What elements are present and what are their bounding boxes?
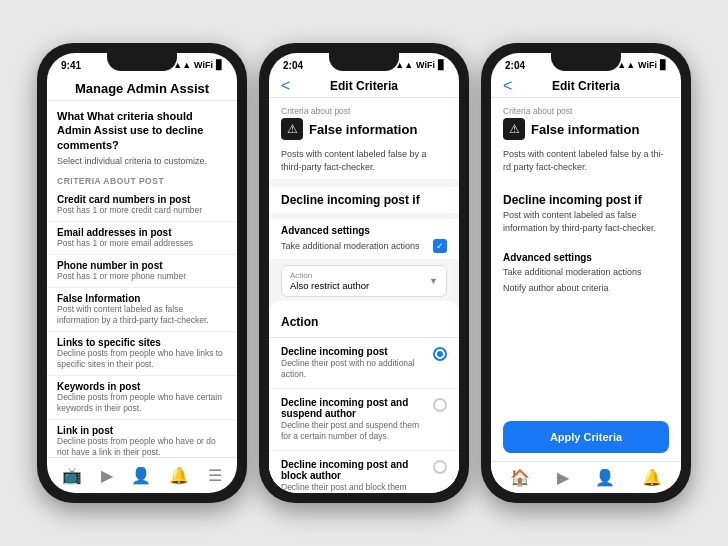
criteria-card-2: Criteria about post ⚠ False information … [269,98,459,179]
wifi-icon-1: WiFi [194,60,213,70]
advanced-title-2: Advanced settings [281,225,447,236]
decline-section-2: Decline incoming post if [269,187,459,213]
p1-subtitle: Select individual criteria to customize. [47,156,237,170]
criteria-desc-3: Posts with content labeled false by a th… [491,144,681,179]
decline-section-3: Decline incoming post if Post with conte… [491,187,681,240]
advanced-title-3: Advanced settings [503,252,669,263]
p3-content: Criteria about post ⚠ False information … [491,98,681,413]
nav-tv-icon[interactable]: 📺 [62,466,82,485]
phone-3: 2:04 ▲▲ WiFi ▊ < Edit Criteria Criteria … [481,43,691,503]
wifi-icon-2: WiFi [416,60,435,70]
action-dropdown-label-2: Action [290,271,369,280]
p1-header: Manage Admin Assist [47,75,237,101]
radio-selected-1 [433,347,447,361]
criteria-main-title-2: False information [309,122,417,137]
p3-title: Edit Criteria [552,79,620,93]
warning-icon-2: ⚠ [281,118,303,140]
nav-play-icon[interactable]: ▶ [101,466,113,485]
time-3: 2:04 [505,60,525,71]
p1-section-header: CRITERIA ABOUT POST [47,170,237,189]
advanced-label-2: Take additional moderation actions [281,241,433,251]
battery-icon-3: ▊ [660,60,667,70]
action-option-1[interactable]: Decline incoming post Decline their post… [269,338,459,389]
p2-header: < Edit Criteria [269,75,459,98]
advanced-section-3: Advanced settings Take additional modera… [491,246,681,299]
p2-title: Edit Criteria [330,79,398,93]
action-sheet-2: Action Decline incoming post Decline the… [269,301,459,493]
back-button-2[interactable]: < [281,77,290,95]
phone-2: 2:04 ▲▲ WiFi ▊ < Edit Criteria Criteria … [259,43,469,503]
action-sheet-title-2: Action [269,311,459,338]
criteria-about-label-2: Criteria about post [281,106,447,116]
chevron-down-icon-2: ▼ [429,276,438,286]
nav-bell-icon-3[interactable]: 🔔 [642,468,662,487]
nav-people-icon[interactable]: 👤 [131,466,151,485]
list-item[interactable]: Phone number in post Post has 1 or more … [47,255,237,288]
p1-title: Manage Admin Assist [59,81,225,96]
warning-icon-3: ⚠ [503,118,525,140]
decline-title-3: Decline incoming post if [503,193,669,207]
list-item[interactable]: Credit card numbers in post Post has 1 o… [47,189,237,222]
back-button-3[interactable]: < [503,77,512,95]
p1-bottom-nav: 📺 ▶ 👤 🔔 ☰ [47,457,237,493]
checkbox-moderation-2[interactable]: ✓ [433,239,447,253]
advanced-label2-3: Notify author about criteria [503,283,669,293]
apply-criteria-button[interactable]: Apply Criteria [503,421,669,453]
advanced-label1-3: Take additional moderation actions [503,267,669,277]
criteria-desc-2: Posts with content labeled false by a th… [269,144,459,179]
decline-desc-3: Post with content labeled as false infor… [503,209,669,234]
list-item[interactable]: False Information Post with content labe… [47,288,237,332]
p3-bottom-nav: 🏠 ▶ 👤 🔔 [491,461,681,493]
criteria-card-3: Criteria about post ⚠ False information … [491,98,681,179]
p1-question: What What criteria should Admin Assist u… [47,101,237,156]
decline-title-2: Decline incoming post if [281,193,447,207]
list-item[interactable]: Email addresses in post Post has 1 or mo… [47,222,237,255]
list-item[interactable]: Keywords in post Decline posts from peop… [47,376,237,420]
phone-1: 9:41 ▲▲ WiFi ▊ Manage Admin Assist What … [37,43,247,503]
action-dropdown-2[interactable]: Action Also restrict author ▼ [281,265,447,297]
radio-empty-3 [433,460,447,474]
p2-content: Criteria about post ⚠ False information … [269,98,459,493]
time-2: 2:04 [283,60,303,71]
action-dropdown-value-2: Also restrict author [290,280,369,291]
nav-home-icon-3[interactable]: 🏠 [510,468,530,487]
wifi-icon-3: WiFi [638,60,657,70]
nav-people-icon-3[interactable]: 👤 [595,468,615,487]
list-item[interactable]: Links to specific sites Decline posts fr… [47,332,237,376]
action-option-3[interactable]: Decline incoming post and block author D… [269,451,459,493]
action-option-2[interactable]: Decline incoming post and suspend author… [269,389,459,451]
time-1: 9:41 [61,60,81,71]
criteria-main-title-3: False information [531,122,639,137]
p1-content: What What criteria should Admin Assist u… [47,101,237,457]
p3-header: < Edit Criteria [491,75,681,98]
list-item[interactable]: Link in post Decline posts from people w… [47,420,237,457]
nav-bell-icon[interactable]: 🔔 [169,466,189,485]
battery-icon-2: ▊ [438,60,445,70]
criteria-about-label-3: Criteria about post [503,106,669,116]
advanced-section-2: Advanced settings Take additional modera… [269,219,459,259]
battery-icon-1: ▊ [216,60,223,70]
nav-play-icon-3[interactable]: ▶ [557,468,569,487]
nav-menu-icon[interactable]: ☰ [208,466,222,485]
radio-empty-2 [433,398,447,412]
